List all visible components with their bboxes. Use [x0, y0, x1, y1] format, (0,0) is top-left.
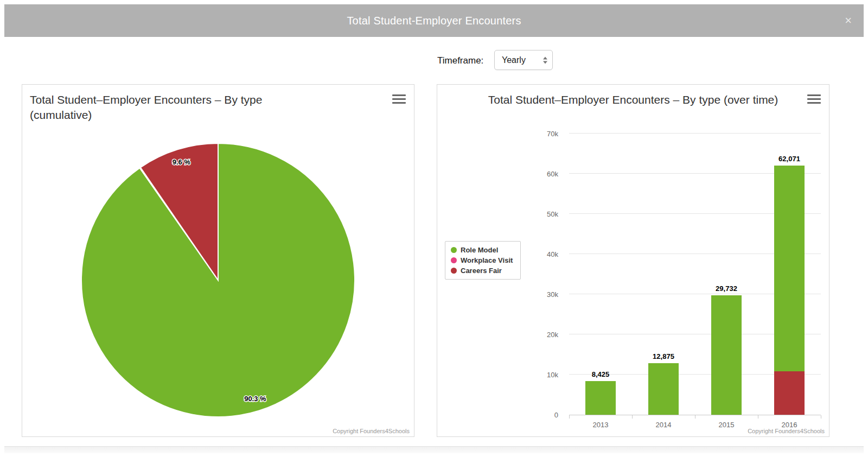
x-axis-tick — [758, 415, 758, 419]
y-axis-label: 30k — [547, 290, 558, 299]
chart-context-menu-icon[interactable] — [807, 94, 821, 104]
pie-data-label: 9.6 % — [173, 158, 191, 166]
bar-chart-title: Total Student–Employer Encounters – By t… — [481, 92, 785, 107]
x-axis-label: 2015 — [719, 421, 735, 429]
pie-chart-title: Total Student–Employer Encounters – By t… — [30, 92, 323, 123]
gridline — [569, 133, 821, 134]
bar-segment-role-model[interactable] — [648, 363, 679, 415]
y-axis-label: 10k — [547, 371, 558, 379]
y-axis-label: 60k — [547, 170, 558, 178]
pie-chart: 90.3 %9.6 % — [76, 138, 360, 422]
chevron-down-icon — [543, 61, 547, 64]
bar-total-label: 62,071 — [778, 155, 800, 163]
legend-label: Workplace Visit — [461, 256, 513, 264]
legend-label: Careers Fair — [461, 267, 502, 275]
x-axis-label: 2013 — [593, 421, 609, 429]
pie-data-label: 90.3 % — [244, 395, 266, 403]
bar-segment-role-model[interactable] — [585, 381, 616, 415]
bar-total-label: 12,875 — [653, 352, 674, 360]
legend-marker-icon — [451, 257, 457, 263]
timeframe-selected-value: Yearly — [502, 55, 526, 65]
legend-label: Role Model — [461, 246, 498, 254]
legend-marker-icon — [451, 268, 457, 274]
legend-marker-icon — [451, 247, 457, 253]
y-axis-label: 50k — [547, 210, 558, 218]
modal-header: Total Student-Employer Encounters × — [4, 4, 864, 37]
y-axis-label: 0 — [554, 411, 558, 419]
bar-segment-role-model[interactable] — [711, 295, 742, 415]
bar-chart-panel: Total Student–Employer Encounters – By t… — [437, 84, 829, 437]
pie-chart-panel: Total Student–Employer Encounters – By t… — [22, 84, 414, 437]
timeframe-select[interactable]: Yearly — [494, 50, 553, 70]
legend-item-workplace-visit[interactable]: Workplace Visit — [451, 256, 513, 264]
legend-item-careers-fair[interactable]: Careers Fair — [451, 267, 513, 275]
bar-total-label: 29,732 — [716, 284, 737, 293]
close-icon[interactable]: × — [845, 15, 852, 27]
chart-legend: Role ModelWorkplace VisitCareers Fair — [445, 241, 521, 280]
x-axis-tick — [569, 415, 570, 419]
y-axis-label: 70k — [547, 130, 558, 138]
bar-segment-careers-fair[interactable] — [774, 371, 805, 415]
chart-context-menu-icon[interactable] — [392, 94, 406, 104]
y-axis-label: 20k — [547, 331, 558, 339]
chart-credit: Copyright Founders4Schools — [748, 428, 825, 434]
select-stepper-icon — [543, 56, 547, 64]
x-axis-tick — [695, 415, 695, 419]
timeframe-label: Timeframe: — [437, 55, 483, 66]
bar-total-label: 8,425 — [592, 370, 610, 378]
x-axis-tick — [821, 415, 821, 419]
chevron-up-icon — [543, 56, 547, 59]
bar-plot-area: 8,42512,87529,73262,071 — [569, 134, 821, 415]
legend-item-role-model[interactable]: Role Model — [451, 246, 513, 254]
x-axis-tick — [632, 415, 633, 419]
x-axis-label: 2014 — [656, 421, 672, 429]
bar-segment-role-model[interactable] — [774, 166, 805, 371]
chart-credit: Copyright Founders4Schools — [333, 428, 410, 434]
modal-title: Total Student-Employer Encounters — [347, 15, 521, 27]
modal-bottom-edge — [4, 446, 864, 453]
y-axis-label: 40k — [547, 250, 558, 258]
